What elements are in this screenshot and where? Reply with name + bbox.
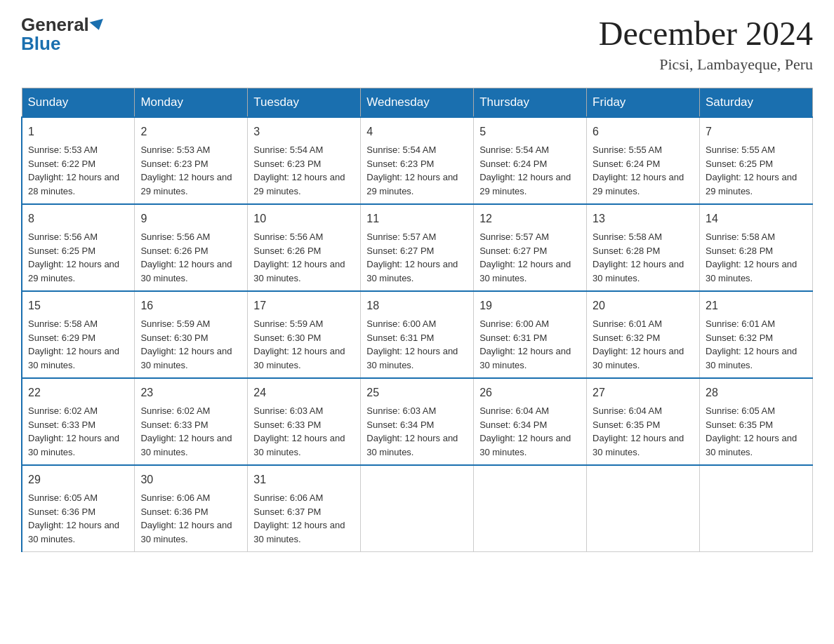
daylight-text: Daylight: 12 hours and 30 minutes. bbox=[706, 259, 797, 283]
sunrise-text: Sunrise: 6:05 AM bbox=[28, 492, 98, 503]
daylight-text: Daylight: 12 hours and 29 minutes. bbox=[140, 172, 232, 196]
daylight-text: Daylight: 12 hours and 30 minutes. bbox=[479, 259, 571, 283]
day-number: 21 bbox=[706, 297, 807, 314]
sunset-text: Sunset: 6:35 PM bbox=[593, 420, 660, 430]
day-cell-23: 23 Sunrise: 6:02 AM Sunset: 6:33 PM Dayl… bbox=[135, 378, 248, 465]
col-header-friday: Friday bbox=[587, 88, 700, 118]
sunset-text: Sunset: 6:25 PM bbox=[706, 159, 773, 169]
daylight-text: Daylight: 12 hours and 30 minutes. bbox=[479, 433, 571, 457]
day-number: 5 bbox=[479, 123, 581, 140]
sunrise-text: Sunrise: 6:01 AM bbox=[706, 318, 775, 329]
sunset-text: Sunset: 6:26 PM bbox=[140, 246, 208, 256]
daylight-text: Daylight: 12 hours and 30 minutes. bbox=[140, 520, 232, 544]
daylight-text: Daylight: 12 hours and 30 minutes. bbox=[366, 433, 458, 457]
daylight-text: Daylight: 12 hours and 30 minutes. bbox=[479, 346, 571, 370]
day-cell-14: 14 Sunrise: 5:58 AM Sunset: 6:28 PM Dayl… bbox=[700, 204, 813, 291]
logo-blue: Blue bbox=[21, 33, 60, 55]
sunset-text: Sunset: 6:37 PM bbox=[253, 507, 321, 517]
calendar-header-row: SundayMondayTuesdayWednesdayThursdayFrid… bbox=[22, 88, 813, 118]
day-cell-10: 10 Sunrise: 5:56 AM Sunset: 6:26 PM Dayl… bbox=[248, 204, 361, 291]
day-cell-11: 11 Sunrise: 5:57 AM Sunset: 6:27 PM Dayl… bbox=[361, 204, 474, 291]
sunrise-text: Sunrise: 5:56 AM bbox=[140, 232, 210, 242]
sunset-text: Sunset: 6:28 PM bbox=[593, 246, 660, 256]
day-number: 7 bbox=[706, 123, 807, 140]
daylight-text: Daylight: 12 hours and 30 minutes. bbox=[28, 520, 119, 544]
col-header-wednesday: Wednesday bbox=[361, 88, 474, 118]
day-cell-19: 19 Sunrise: 6:00 AM Sunset: 6:31 PM Dayl… bbox=[474, 291, 587, 378]
sunset-text: Sunset: 6:26 PM bbox=[253, 246, 321, 256]
day-number: 24 bbox=[253, 384, 355, 401]
sunset-text: Sunset: 6:36 PM bbox=[140, 507, 208, 517]
sunset-text: Sunset: 6:23 PM bbox=[253, 159, 321, 169]
calendar-table: SundayMondayTuesdayWednesdayThursdayFrid… bbox=[21, 88, 813, 552]
daylight-text: Daylight: 12 hours and 30 minutes. bbox=[140, 259, 232, 283]
daylight-text: Daylight: 12 hours and 29 minutes. bbox=[706, 172, 797, 196]
sunset-text: Sunset: 6:29 PM bbox=[28, 333, 95, 343]
day-number: 8 bbox=[28, 210, 128, 227]
week-row-2: 8 Sunrise: 5:56 AM Sunset: 6:25 PM Dayli… bbox=[22, 204, 813, 291]
title-section: December 2024 Picsi, Lambayeque, Peru bbox=[599, 14, 813, 74]
day-cell-17: 17 Sunrise: 5:59 AM Sunset: 6:30 PM Dayl… bbox=[248, 291, 361, 378]
day-cell-25: 25 Sunrise: 6:03 AM Sunset: 6:34 PM Dayl… bbox=[361, 378, 474, 465]
daylight-text: Daylight: 12 hours and 29 minutes. bbox=[253, 172, 345, 196]
month-year-title: December 2024 bbox=[599, 14, 813, 53]
day-cell-28: 28 Sunrise: 6:05 AM Sunset: 6:35 PM Dayl… bbox=[700, 378, 813, 465]
col-header-monday: Monday bbox=[135, 88, 248, 118]
empty-cell bbox=[587, 465, 700, 552]
empty-cell bbox=[361, 465, 474, 552]
day-number: 14 bbox=[706, 210, 807, 227]
day-cell-29: 29 Sunrise: 6:05 AM Sunset: 6:36 PM Dayl… bbox=[22, 465, 135, 552]
sunset-text: Sunset: 6:23 PM bbox=[140, 159, 208, 169]
day-number: 10 bbox=[253, 210, 355, 227]
daylight-text: Daylight: 12 hours and 30 minutes. bbox=[253, 520, 345, 544]
daylight-text: Daylight: 12 hours and 30 minutes. bbox=[706, 346, 797, 370]
day-cell-18: 18 Sunrise: 6:00 AM Sunset: 6:31 PM Dayl… bbox=[361, 291, 474, 378]
col-header-tuesday: Tuesday bbox=[248, 88, 361, 118]
day-number: 16 bbox=[140, 297, 241, 314]
day-number: 9 bbox=[140, 210, 241, 227]
sunset-text: Sunset: 6:34 PM bbox=[479, 420, 547, 430]
sunset-text: Sunset: 6:24 PM bbox=[593, 159, 660, 169]
sunset-text: Sunset: 6:27 PM bbox=[366, 246, 434, 256]
daylight-text: Daylight: 12 hours and 30 minutes. bbox=[366, 346, 458, 370]
day-number: 15 bbox=[28, 297, 128, 314]
day-number: 1 bbox=[28, 123, 128, 140]
daylight-text: Daylight: 12 hours and 30 minutes. bbox=[140, 346, 232, 370]
sunset-text: Sunset: 6:35 PM bbox=[706, 420, 773, 430]
sunset-text: Sunset: 6:30 PM bbox=[253, 333, 321, 343]
sunrise-text: Sunrise: 5:54 AM bbox=[479, 145, 549, 155]
sunset-text: Sunset: 6:27 PM bbox=[479, 246, 547, 256]
day-cell-2: 2 Sunrise: 5:53 AM Sunset: 6:23 PM Dayli… bbox=[135, 117, 248, 204]
day-cell-9: 9 Sunrise: 5:56 AM Sunset: 6:26 PM Dayli… bbox=[135, 204, 248, 291]
day-cell-16: 16 Sunrise: 5:59 AM Sunset: 6:30 PM Dayl… bbox=[135, 291, 248, 378]
sunset-text: Sunset: 6:33 PM bbox=[140, 420, 208, 430]
day-cell-12: 12 Sunrise: 5:57 AM Sunset: 6:27 PM Dayl… bbox=[474, 204, 587, 291]
day-cell-26: 26 Sunrise: 6:04 AM Sunset: 6:34 PM Dayl… bbox=[474, 378, 587, 465]
sunrise-text: Sunrise: 5:54 AM bbox=[253, 145, 323, 155]
page-header: General Blue December 2024 Picsi, Lambay… bbox=[21, 14, 813, 74]
week-row-1: 1 Sunrise: 5:53 AM Sunset: 6:22 PM Dayli… bbox=[22, 117, 813, 204]
day-number: 20 bbox=[593, 297, 694, 314]
daylight-text: Daylight: 12 hours and 30 minutes. bbox=[140, 433, 232, 457]
location-subtitle: Picsi, Lambayeque, Peru bbox=[599, 55, 813, 74]
day-cell-3: 3 Sunrise: 5:54 AM Sunset: 6:23 PM Dayli… bbox=[248, 117, 361, 204]
sunrise-text: Sunrise: 5:58 AM bbox=[706, 232, 775, 242]
day-number: 22 bbox=[28, 384, 128, 401]
day-number: 25 bbox=[366, 384, 468, 401]
week-row-3: 15 Sunrise: 5:58 AM Sunset: 6:29 PM Dayl… bbox=[22, 291, 813, 378]
sunrise-text: Sunrise: 6:00 AM bbox=[479, 318, 549, 329]
day-number: 3 bbox=[253, 123, 355, 140]
logo-triangle-icon bbox=[89, 18, 105, 32]
day-number: 23 bbox=[140, 384, 241, 401]
day-number: 30 bbox=[140, 471, 241, 488]
daylight-text: Daylight: 12 hours and 28 minutes. bbox=[28, 172, 119, 196]
col-header-sunday: Sunday bbox=[22, 88, 135, 118]
daylight-text: Daylight: 12 hours and 30 minutes. bbox=[366, 259, 458, 283]
sunrise-text: Sunrise: 5:57 AM bbox=[366, 232, 436, 242]
day-cell-13: 13 Sunrise: 5:58 AM Sunset: 6:28 PM Dayl… bbox=[587, 204, 700, 291]
day-number: 26 bbox=[479, 384, 581, 401]
day-cell-22: 22 Sunrise: 6:02 AM Sunset: 6:33 PM Dayl… bbox=[22, 378, 135, 465]
sunrise-text: Sunrise: 6:04 AM bbox=[593, 405, 662, 416]
daylight-text: Daylight: 12 hours and 30 minutes. bbox=[253, 433, 345, 457]
day-cell-6: 6 Sunrise: 5:55 AM Sunset: 6:24 PM Dayli… bbox=[587, 117, 700, 204]
